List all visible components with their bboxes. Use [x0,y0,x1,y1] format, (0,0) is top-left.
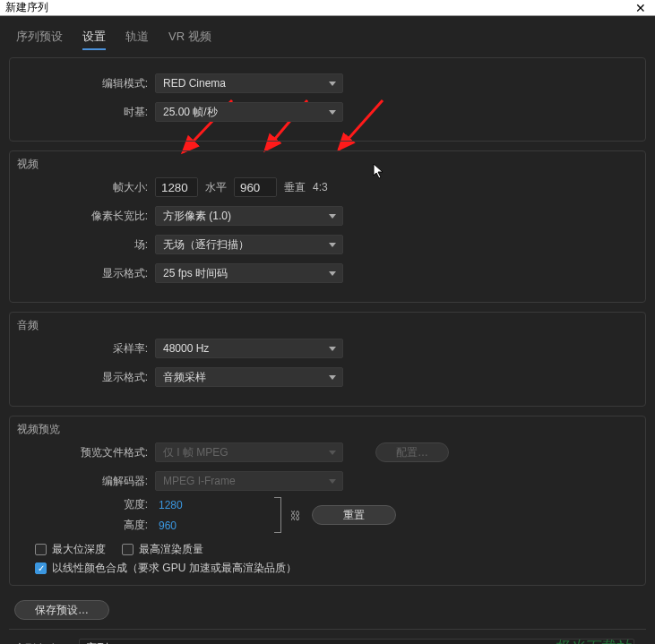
save-preset-button[interactable]: 保存预设… [14,600,109,620]
preview-file-fmt-select: 仅 I 帧 MPEG [155,442,343,462]
audio-section-label: 音频 [17,318,39,333]
dialog-body: 序列预设 设置 轨道 VR 视频 编辑模式: RED Cinema 时基: 25… [0,16,655,644]
sequence-name-input[interactable] [79,639,634,644]
window-title: 新建序列 [5,0,632,15]
checkbox-icon [35,544,47,555]
link-bracket [274,497,281,533]
video-display-fmt-select[interactable]: 25 fps 时间码 [155,263,343,283]
fields-label: 场: [22,237,155,253]
edit-mode-select[interactable]: RED Cinema [155,73,343,93]
video-panel: 视频 帧大小: 水平 垂直 4:3 像素长宽比: 方形像素 (1.0) 场: 无… [9,150,646,303]
preview-panel: 视频预览 预览文件格式: 仅 I 帧 MPEG 配置… 编解码器: MPEG I… [9,416,646,586]
new-sequence-dialog: 新建序列 ✕ 序列预设 设置 轨道 VR 视频 编辑模式: [0,0,655,644]
preview-width-value[interactable]: 1280 [155,499,186,511]
vertical-label: 垂直 [277,180,313,195]
fields-select[interactable]: 无场（逐行扫描） [155,235,343,254]
sequence-name-row: 序列名称: [9,637,646,644]
link-icon[interactable]: ⛓ [290,510,301,520]
codec-select: MPEG I-Frame [155,471,343,491]
edit-mode-label: 编辑模式: [22,76,155,91]
tab-preset[interactable]: 序列预设 [16,29,63,50]
sample-rate-label: 采样率: [22,341,155,356]
par-select[interactable]: 方形像素 (1.0) [155,206,343,226]
codec-label: 编解码器: [22,474,155,489]
video-display-fmt-label: 显示格式: [22,266,155,281]
audio-display-fmt-select[interactable]: 音频采样 [155,367,343,387]
frame-size-label: 帧大小: [22,180,155,195]
preview-height-label: 高度: [22,518,155,533]
preview-file-fmt-label: 预览文件格式: [22,445,155,460]
tab-vr[interactable]: VR 视频 [168,29,211,50]
width-input[interactable] [155,177,198,197]
checkbox-checked-icon [35,562,47,574]
horizontal-label: 水平 [198,180,234,195]
par-label: 像素长宽比: [22,209,155,224]
height-input[interactable] [234,177,277,197]
aspect-text: 4:3 [313,181,328,193]
sequence-name-label: 序列名称: [14,641,79,645]
save-preset-row: 保存预设… [9,595,646,620]
tabs: 序列预设 设置 轨道 VR 视频 [9,29,646,57]
video-section-label: 视频 [17,157,39,172]
titlebar: 新建序列 ✕ [0,0,655,16]
audio-display-fmt-label: 显示格式: [22,370,155,385]
sample-rate-select[interactable]: 48000 Hz [155,339,343,358]
audio-panel: 音频 采样率: 48000 Hz 显示格式: 音频采样 [9,312,646,407]
linear-color-checkbox[interactable]: 以线性颜色合成（要求 GPU 加速或最高渲染品质） [35,561,297,576]
reset-button[interactable]: 重置 [312,505,396,525]
tab-settings[interactable]: 设置 [82,29,106,50]
config-button: 配置… [375,442,449,462]
top-panel: 编辑模式: RED Cinema 时基: 25.00 帧/秒 [9,57,646,142]
timebase-label: 时基: [22,105,155,120]
max-quality-checkbox[interactable]: 最高渲染质量 [122,542,203,557]
max-bit-checkbox[interactable]: 最大位深度 [35,542,106,557]
tab-tracks[interactable]: 轨道 [125,29,149,50]
checkbox-icon [122,544,134,555]
preview-width-label: 宽度: [22,497,155,512]
preview-height-value[interactable]: 960 [155,519,180,532]
timebase-select[interactable]: 25.00 帧/秒 [155,102,343,122]
preview-section-label: 视频预览 [17,422,60,437]
close-icon[interactable]: ✕ [632,1,650,15]
